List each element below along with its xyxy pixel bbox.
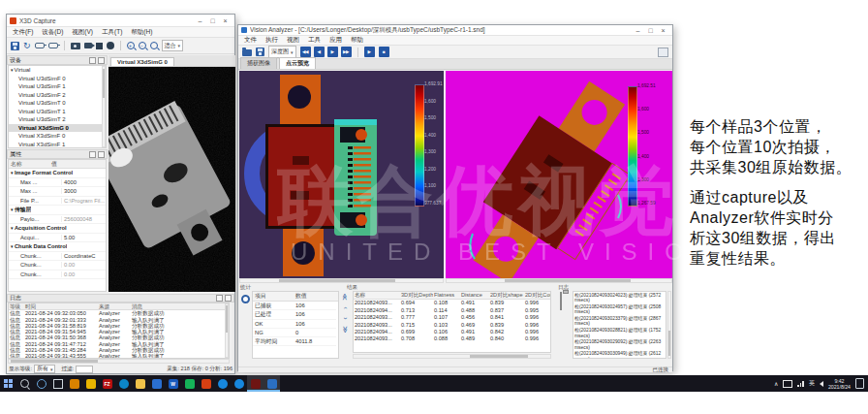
connect-icon[interactable] xyxy=(35,43,45,48)
taskbar-app[interactable] xyxy=(148,375,165,392)
open-icon[interactable] xyxy=(242,49,252,56)
first-row-icon[interactable]: ≫ xyxy=(341,293,349,300)
task-view-button[interactable] xyxy=(49,375,66,392)
gear-icon[interactable] xyxy=(241,295,250,303)
log-level-select[interactable]: 所有▾ xyxy=(34,365,56,373)
screenshot-icon[interactable] xyxy=(658,48,668,57)
cortana-button[interactable] xyxy=(33,375,49,392)
maximize-button[interactable]: □ xyxy=(206,16,219,26)
close-pane-icon[interactable] xyxy=(225,295,232,302)
va-tab[interactable]: 点云预览 xyxy=(279,57,316,69)
prop-row[interactable]: Paylo...256000048 xyxy=(9,215,106,225)
stop-icon[interactable] xyxy=(96,43,103,49)
zoom-in-icon[interactable]: + xyxy=(127,42,135,49)
prop-row[interactable]: 传输层 xyxy=(9,206,106,215)
tree-root[interactable]: ▾ Virtual xyxy=(9,66,106,75)
frame-nav-button[interactable]: ◀ xyxy=(314,47,325,57)
menu-item[interactable]: 文件 xyxy=(244,36,257,45)
device-icon[interactable] xyxy=(783,380,792,388)
float-icon[interactable] xyxy=(89,57,96,64)
menu-item[interactable]: 工具(T) xyxy=(102,28,122,37)
taskbar-clock[interactable]: 9:42 2021/8/24 xyxy=(828,378,851,390)
menu-item[interactable]: 视图 xyxy=(287,36,299,45)
snapshot-icon[interactable] xyxy=(71,43,80,49)
close-button[interactable]: × xyxy=(657,26,669,35)
zoom-out-icon[interactable]: − xyxy=(139,42,146,49)
menu-item[interactable]: 设备(D) xyxy=(42,28,63,37)
printer-icon[interactable] xyxy=(560,292,562,310)
device-tree-item[interactable]: Virtual U3dSimT 0 xyxy=(9,99,106,108)
record-icon[interactable] xyxy=(107,42,114,49)
taskbar-app[interactable] xyxy=(247,375,264,392)
prop-row[interactable]: Max ...4000 xyxy=(9,178,106,188)
prop-row[interactable]: File P...C:\Program Fil... xyxy=(9,197,106,207)
zoom-reset-icon[interactable] xyxy=(150,42,158,49)
stop-button[interactable]: ■ xyxy=(379,47,389,57)
zoom-fit-select[interactable]: 适合 ▾ xyxy=(162,40,184,51)
network-icon[interactable] xyxy=(797,381,804,387)
va-tab[interactable]: 捕获图像 xyxy=(240,57,277,69)
close-button[interactable]: × xyxy=(219,16,232,26)
results-hscrollbar[interactable] xyxy=(353,354,551,359)
prop-row[interactable]: Acquisition Control xyxy=(9,224,106,234)
prop-row[interactable]: Max ...3000 xyxy=(9,187,106,197)
prop-row[interactable]: Chunk...0.00 xyxy=(9,271,106,280)
save-icon[interactable] xyxy=(11,42,19,50)
va-titlebar[interactable]: Vision Analyzer - [C:/Users/Longer/Deskt… xyxy=(238,25,672,36)
input-method-indicator[interactable]: 英 xyxy=(809,379,815,388)
device-tree-item[interactable]: Virtual U3dSimT 2 xyxy=(9,115,106,124)
valog-vscrollbar[interactable] xyxy=(667,291,671,359)
taskbar-app[interactable]: W xyxy=(165,375,181,392)
close-pane-icon[interactable] xyxy=(98,57,105,64)
taskbar-app[interactable] xyxy=(132,375,148,392)
taskbar-app[interactable]: FZ xyxy=(99,375,115,392)
device-tree-item[interactable]: Virtual U3dSimF 1 xyxy=(9,82,106,91)
continuous-capture-icon[interactable] xyxy=(84,43,92,48)
last-row-icon[interactable]: ≫ xyxy=(341,326,349,333)
device-tree-item[interactable]: Virtual X3dSimF 1 xyxy=(9,141,106,149)
float-icon[interactable] xyxy=(216,295,223,302)
grayscale-capture-image[interactable] xyxy=(108,67,235,292)
log-rows[interactable]: 信息2021-08-24 09:32:03:050Analyzer分析数据成功信… xyxy=(9,310,229,359)
taskbar-app[interactable] xyxy=(181,375,198,392)
prop-row[interactable]: Chunk Data Control xyxy=(9,242,106,252)
x3d-titlebar[interactable]: X3D Capture – □ × xyxy=(7,15,234,27)
frame-nav-button[interactable]: ▶ xyxy=(327,47,338,57)
prop-row[interactable]: Chunk...0.00 xyxy=(9,261,106,271)
prop-row[interactable]: Acqui...5.00 xyxy=(9,234,106,243)
device-tree-item[interactable]: Virtual X3dSimF 0 xyxy=(9,132,106,141)
refresh-icon[interactable]: ↻ xyxy=(23,42,31,50)
va-log-entries[interactable]: 检(20210824093024023):处理结束 (2572 msecs)检(… xyxy=(574,293,665,359)
hidden-icons-chevron[interactable]: ∧ xyxy=(774,380,778,387)
device-tree-item[interactable]: Virtual U3dSimF 2 xyxy=(9,91,106,100)
tilt-view[interactable]: 1,692.511,6001,5001,4001,3001,267.59 xyxy=(446,71,672,283)
frame-nav-button[interactable]: ▶▶ xyxy=(341,47,352,57)
menu-item[interactable]: 帮助 xyxy=(351,36,363,45)
menu-item[interactable]: 文件(F) xyxy=(13,28,33,37)
save-icon[interactable] xyxy=(256,48,264,56)
prop-row[interactable]: Image Format Control xyxy=(9,169,106,178)
device-tree-item[interactable]: Virtual U3dSimT 1 xyxy=(9,108,106,116)
taskbar-app[interactable] xyxy=(115,375,132,392)
log-filter-input[interactable] xyxy=(76,366,93,373)
minimize-button[interactable]: – xyxy=(632,26,644,35)
menu-item[interactable]: 工具 xyxy=(308,36,321,45)
prop-row[interactable]: Chunk...CoordinateC xyxy=(9,252,106,262)
start-button[interactable] xyxy=(0,375,16,392)
device-tree-item[interactable]: Virtual X3dSimG 0 xyxy=(9,124,106,133)
action-center-icon[interactable] xyxy=(855,378,864,389)
menu-item[interactable]: 应用 xyxy=(329,36,342,45)
taskbar-app[interactable] xyxy=(82,375,99,392)
close-pane-icon[interactable] xyxy=(98,151,105,158)
disconnect-icon[interactable] xyxy=(48,43,58,48)
results-rows[interactable]: 20210824093...0.6940.1080.4910.8390.9962… xyxy=(354,300,550,342)
frame-nav-button[interactable]: ◀◀ xyxy=(300,47,311,57)
volume-icon[interactable] xyxy=(820,381,823,387)
float-icon[interactable] xyxy=(89,151,96,158)
taskbar-app[interactable] xyxy=(198,375,214,392)
device-tree-item[interactable]: Virtual U3dSimF 0 xyxy=(9,75,106,83)
depth-view[interactable]: 1,692.911,6001,5001,4001,3001,2001,10097… xyxy=(239,71,444,283)
run-button[interactable]: ▶ xyxy=(364,47,375,57)
next-row-icon[interactable]: › xyxy=(342,317,349,319)
taskbar-app[interactable] xyxy=(214,375,231,392)
